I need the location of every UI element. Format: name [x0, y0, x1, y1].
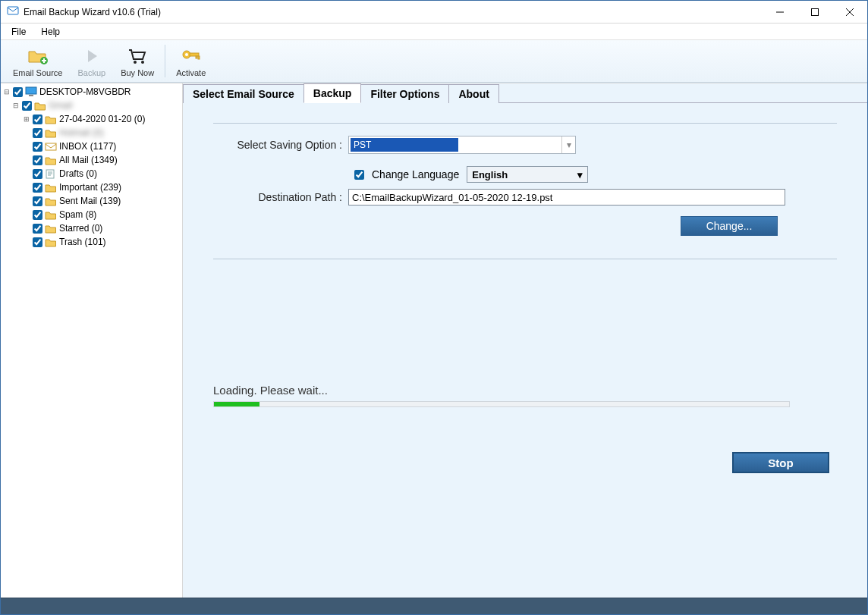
tree-folder-label: Hotmail (0) — [59, 127, 104, 138]
tree-folder-label: INBOX (1177) — [59, 141, 116, 152]
svg-point-7 — [141, 61, 144, 64]
loading-text: Loading. Please wait... — [213, 384, 837, 397]
tree-folder-label: Trash (101) — [59, 237, 106, 247]
tab-filter-options[interactable]: Filter Options — [360, 84, 449, 103]
tree-folder-row[interactable]: INBOX (1177) — [1, 140, 182, 153]
tree-folder-row[interactable]: Spam (8) — [1, 208, 182, 221]
tree-account-row[interactable]: ⊟ Gmail — [1, 99, 182, 112]
tree-folder-checkbox[interactable] — [33, 183, 42, 193]
svg-rect-14 — [29, 95, 33, 96]
titlebar: Email Backup Wizard v10.6 (Trial) — [1, 1, 867, 24]
change-language-checkbox[interactable] — [354, 170, 364, 180]
collapse-icon[interactable]: ⊟ — [11, 102, 20, 109]
tree-folder-row[interactable]: Sent Mail (139) — [1, 194, 182, 208]
tree-folder-row[interactable]: ⊞ 27-04-2020 01-20 (0) — [1, 112, 182, 126]
tree-folder-checkbox[interactable] — [33, 237, 42, 247]
tree-root-checkbox[interactable] — [13, 87, 23, 97]
folder-tree[interactable]: ⊟ DESKTOP-M8VGBDR ⊟ Gmail ⊞ 27-04-2020 0… — [1, 83, 183, 598]
tab-about[interactable]: About — [448, 84, 498, 103]
tree-account-checkbox[interactable] — [22, 101, 32, 111]
expand-icon[interactable]: ⊞ — [22, 115, 31, 123]
minimize-button[interactable] — [763, 1, 797, 24]
svg-rect-11 — [196, 56, 197, 58]
change-button[interactable]: Change... — [681, 216, 778, 236]
svg-point-6 — [134, 61, 137, 64]
folder-icon — [45, 237, 57, 247]
stop-button[interactable]: Stop — [732, 452, 829, 473]
tree-folder-checkbox[interactable] — [33, 128, 42, 138]
saving-option-label: Select Saving Option : — [213, 139, 348, 151]
tabs: Select Email Source Backup Filter Option… — [183, 83, 867, 103]
key-icon — [181, 45, 202, 67]
inbox-icon — [45, 142, 57, 152]
destination-path-input[interactable] — [348, 189, 785, 206]
close-button[interactable] — [832, 1, 867, 24]
divider — [213, 123, 837, 124]
svg-rect-12 — [198, 56, 200, 59]
divider — [213, 259, 837, 259]
folder-icon — [45, 183, 57, 193]
chevron-down-icon: ▾ — [577, 169, 583, 180]
tree-folder-checkbox[interactable] — [33, 196, 42, 206]
folder-icon — [45, 196, 57, 206]
tree-folder-checkbox[interactable] — [33, 169, 42, 179]
tree-folder-label: All Mail (1349) — [59, 155, 118, 165]
saving-option-value: PST — [351, 138, 458, 152]
tab-select-email-source[interactable]: Select Email Source — [183, 84, 304, 103]
tree-folder-label: Starred (0) — [59, 223, 102, 234]
tree-folder-label: Spam (8) — [59, 209, 96, 220]
tree-root-label: DESKTOP-M8VGBDR — [39, 86, 131, 97]
toolbar-backup: Backup — [70, 40, 113, 82]
drafts-icon — [45, 169, 57, 179]
progress-bar — [213, 401, 790, 407]
tree-folder-label: Important (239) — [59, 182, 121, 193]
svg-point-9 — [185, 53, 188, 56]
svg-rect-2 — [812, 8, 819, 15]
collapse-icon[interactable]: ⊟ — [2, 88, 11, 96]
menu-help[interactable]: Help — [33, 25, 68, 39]
destination-path-label: Destination Path : — [213, 191, 348, 203]
folder-add-icon — [27, 45, 49, 67]
tree-folder-row[interactable]: All Mail (1349) — [1, 153, 182, 167]
tree-folder-label: Drafts (0) — [59, 168, 97, 179]
folder-icon — [45, 224, 57, 234]
saving-option-combo[interactable]: PST ▾ — [348, 136, 576, 154]
folder-open-icon — [34, 101, 46, 111]
tree-folder-row[interactable]: Trash (101) — [1, 235, 182, 249]
window-title: Email Backup Wizard v10.6 (Trial) — [24, 7, 763, 17]
tab-backup[interactable]: Backup — [303, 83, 362, 103]
toolbar-email-source[interactable]: Email Source — [5, 40, 70, 82]
svg-rect-0 — [8, 7, 18, 14]
toolbar-activate[interactable]: Activate — [168, 40, 213, 82]
toolbar-activate-label: Activate — [176, 68, 206, 77]
toolbar-buy-now-label: Buy Now — [121, 68, 154, 77]
app-icon — [7, 5, 19, 19]
tree-folder-checkbox[interactable] — [33, 210, 42, 220]
tree-folder-row[interactable]: Hotmail (0) — [1, 126, 182, 140]
tree-folder-row[interactable]: Starred (0) — [1, 221, 182, 235]
tree-folder-label: 27-04-2020 01-20 (0) — [59, 114, 145, 124]
language-select[interactable]: English ▾ — [467, 166, 588, 183]
tree-folder-checkbox[interactable] — [33, 142, 42, 152]
svg-rect-15 — [46, 143, 56, 150]
play-icon — [83, 45, 100, 67]
cart-icon — [127, 45, 147, 67]
computer-icon — [25, 86, 37, 97]
tree-folder-checkbox[interactable] — [33, 224, 42, 234]
tree-folder-row[interactable]: Drafts (0) — [1, 167, 182, 180]
tree-folder-checkbox[interactable] — [33, 155, 42, 165]
toolbar: Email Source Backup Buy Now Acti — [1, 40, 867, 83]
status-bar — [1, 598, 867, 614]
menu-file[interactable]: File — [4, 25, 33, 39]
maximize-button[interactable] — [797, 1, 832, 24]
menubar: File Help — [1, 24, 867, 40]
folder-icon — [45, 115, 57, 124]
chevron-down-icon: ▾ — [561, 136, 575, 153]
tree-folder-row[interactable]: Important (239) — [1, 180, 182, 194]
language-value: English — [472, 169, 508, 180]
toolbar-buy-now[interactable]: Buy Now — [113, 40, 162, 82]
toolbar-backup-label: Backup — [77, 68, 105, 77]
tree-folder-checkbox[interactable] — [33, 115, 42, 124]
tree-root-row[interactable]: ⊟ DESKTOP-M8VGBDR — [1, 85, 182, 99]
progress-bar-fill — [214, 402, 259, 406]
